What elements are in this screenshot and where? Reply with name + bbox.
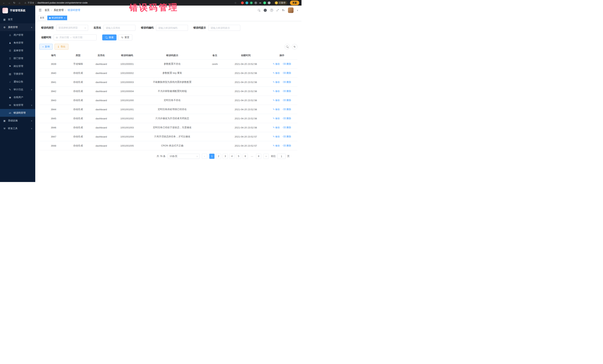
reset-button[interactable]: ↻ 重置 (118, 34, 132, 40)
address-bar[interactable]: ⚠ 不安全 | dashboard.yudao.iocoder.cn/syste… (24, 1, 239, 4)
delete-link[interactable]: ⌫删除 (283, 99, 291, 102)
page-button[interactable]: 5 (236, 154, 241, 159)
sidebar-item[interactable]: ▦ 首页 (0, 16, 35, 23)
edit-link[interactable]: ✎修改 (273, 117, 280, 120)
page-button[interactable]: 6 (243, 154, 248, 159)
sidebar-item[interactable]: ☰ 菜单管理 (0, 47, 35, 55)
extension-icon[interactable]: V (250, 1, 253, 4)
sidebar-item[interactable]: ▣ 基础设施 ∨ (0, 117, 35, 124)
page-button[interactable]: 3 (223, 154, 228, 159)
fullscreen-icon[interactable]: ⤢ (277, 9, 279, 12)
edit-link[interactable]: ✎修改 (273, 81, 280, 84)
cell-code: 1001000001 (114, 59, 140, 69)
delete-link[interactable]: ⌫删除 (283, 108, 291, 111)
caret-down-icon[interactable]: ∨ (297, 9, 298, 11)
delete-link[interactable]: ⌫删除 (283, 117, 291, 120)
delete-link[interactable]: ⌫删除 (283, 144, 291, 147)
sidebar-item[interactable]: ♟ 角色管理 (0, 39, 35, 47)
edit-link[interactable]: ✎修改 (273, 90, 280, 93)
extension-icon[interactable]: ∷ (254, 1, 257, 4)
error-type-select[interactable]: 请选择错误码类型 ∨ (56, 25, 88, 31)
tab[interactable]: 错误码管理 × (47, 16, 67, 20)
sidebar-item[interactable]: ‹/› 错误码管理 (0, 109, 35, 117)
page-button[interactable]: 8 (256, 154, 261, 159)
edit-link[interactable]: ✎修改 (273, 99, 280, 102)
cell-ops: ✎修改 ⌫删除 (267, 132, 297, 141)
sidebar-item[interactable]: ◉ 在线用户 (0, 93, 35, 101)
app-name-input[interactable] (104, 25, 135, 31)
tab[interactable]: 首页 × (38, 16, 46, 20)
sidebar-item[interactable]: ♪ 通知公告 (0, 78, 35, 86)
export-button[interactable]: ↧ 导出 (55, 44, 69, 50)
cell-tip: 参数配置 key 重复 (140, 69, 204, 78)
avatar[interactable] (288, 7, 293, 13)
page-button[interactable]: 2 (216, 154, 221, 159)
menu-label: 首页 (8, 18, 13, 21)
search-icon[interactable] (258, 9, 260, 11)
sidebar-item[interactable]: ♙ 用户管理 (0, 31, 35, 39)
sidebar-item[interactable]: ⚙ 系统管理 ∧ (0, 23, 35, 31)
edit-link[interactable]: ✎修改 (273, 72, 280, 75)
back-button[interactable]: ← (2, 1, 6, 4)
edit-link[interactable]: ✎修改 (273, 62, 280, 66)
sidebar-item[interactable]: ⚒ 研发工具 ∨ (0, 124, 35, 132)
delete-link[interactable]: ⌫删除 (283, 81, 291, 84)
page-button[interactable]: ⋯ (249, 154, 255, 159)
edit-link[interactable]: ✎修改 (273, 135, 280, 138)
sidebar-item[interactable]: ⚑ 岗位管理 (0, 62, 35, 70)
refresh-table-button[interactable]: ↻ (292, 44, 297, 49)
extension-icon[interactable] (268, 1, 270, 4)
page-button[interactable]: 4 (229, 154, 234, 159)
edit-link[interactable]: ✎修改 (273, 108, 280, 111)
breadcrumb-label: 系统管理 (54, 9, 64, 12)
search-button[interactable]: 搜索 (102, 34, 116, 40)
add-button[interactable]: + 新增 (39, 44, 53, 50)
tab-close-icon[interactable]: × (64, 17, 65, 19)
menu-icon: ‹/› (9, 111, 12, 114)
delete-link[interactable]: ⌫删除 (283, 90, 291, 93)
forward-button[interactable]: → (7, 1, 11, 4)
help-icon[interactable]: ? (270, 9, 273, 12)
next-page-button[interactable]: › (264, 154, 269, 159)
delete-link[interactable]: ⌫删除 (283, 62, 291, 66)
home-button[interactable]: ⌂ (18, 1, 21, 4)
extension-icon[interactable]: on (259, 1, 262, 4)
hamburger-icon[interactable]: ☰ (39, 8, 42, 12)
delete-link[interactable]: ⌫删除 (283, 126, 291, 129)
menu-icon: ✉ (9, 104, 12, 107)
page-button[interactable]: 1 (209, 154, 214, 159)
extension-icon[interactable] (263, 1, 266, 4)
date-range-picker[interactable]: ⊞ 开始日期 - 结束日期 (54, 34, 97, 40)
column-header: 备注 (204, 52, 225, 59)
breadcrumb-item[interactable]: 首页 / (45, 9, 54, 12)
profile-paused-chip[interactable]: 已暂停 (274, 1, 287, 5)
app-logo[interactable]: 芋道管理系统 (0, 6, 35, 16)
breadcrumb-item[interactable]: 错误码管理 / (68, 9, 80, 12)
github-icon[interactable] (264, 9, 267, 12)
fontsize-icon[interactable]: TT (282, 9, 284, 12)
delete-link[interactable]: ⌫删除 (283, 135, 291, 138)
sidebar-item[interactable]: ✎ 审计日志 ∨ (0, 86, 35, 93)
error-code-input[interactable] (156, 25, 188, 31)
page-size-select[interactable]: 10条/页 ∨ (168, 154, 200, 159)
toggle-search-button[interactable] (284, 44, 290, 49)
sidebar-item[interactable]: ▤ 字典管理 (0, 70, 35, 78)
cell-code: 1001001005 (114, 141, 140, 150)
prev-page-button[interactable]: ‹ (202, 154, 207, 159)
edit-link[interactable]: ✎修改 (273, 126, 280, 129)
extension-icon[interactable] (241, 1, 244, 4)
menu-label: 角色管理 (13, 41, 23, 44)
browser-update-button[interactable]: 更新 (290, 0, 299, 5)
delete-link[interactable]: ⌫删除 (283, 72, 291, 75)
extension-icon[interactable] (245, 1, 248, 4)
edit-link[interactable]: ✎修改 (273, 144, 280, 147)
sidebar-item[interactable]: ✉ 短信管理 ∨ (0, 101, 35, 109)
sidebar-item[interactable]: ♖ 部门管理 (0, 55, 35, 62)
error-tip-input[interactable] (208, 25, 240, 31)
browser-chrome: ← → ↻ ⌂ ⚠ 不安全 | dashboard.yudao.iocoder.… (0, 0, 302, 6)
reload-button[interactable]: ↻ (13, 1, 16, 4)
goto-input[interactable] (277, 154, 286, 159)
calendar-icon: ⊞ (56, 36, 58, 39)
bookmark-star-icon[interactable]: ☆ (234, 1, 239, 4)
breadcrumb-item[interactable]: 系统管理 / (54, 9, 68, 12)
